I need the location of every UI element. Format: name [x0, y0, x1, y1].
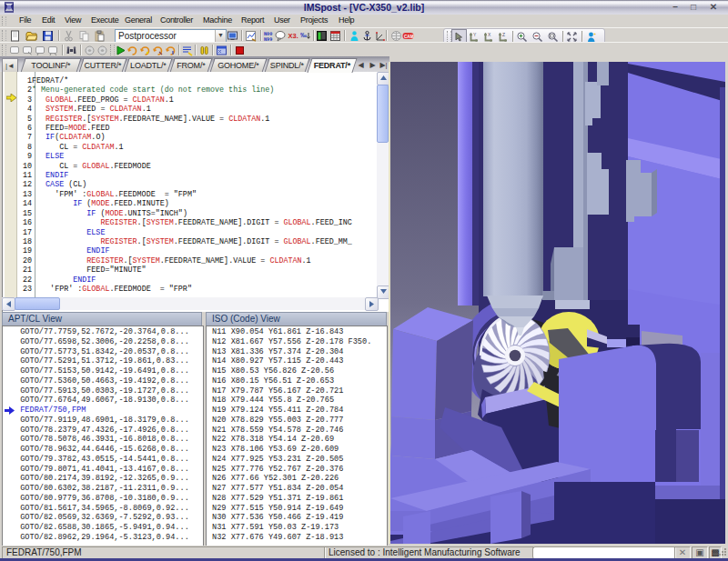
svg-text:N99: N99	[264, 36, 272, 42]
svg-text:Z: Z	[502, 32, 505, 37]
svg-text:X: X	[488, 32, 491, 37]
svg-text:✦: ✦	[593, 32, 597, 36]
svg-text:‰: ‰	[300, 32, 307, 38]
svg-text:CAM: CAM	[404, 35, 414, 39]
svg-text:X3.: X3.	[288, 32, 298, 40]
svg-text:Y: Y	[473, 32, 477, 37]
